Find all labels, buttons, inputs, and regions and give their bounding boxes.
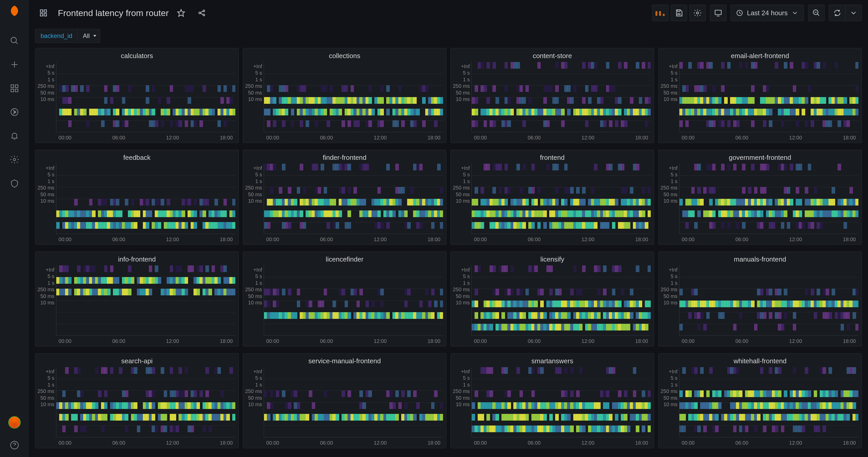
panel[interactable]: licensify+Inf5 s1 s250 ms50 ms10 ms00:00… <box>451 252 654 347</box>
x-tick: 00:00 <box>59 338 71 344</box>
x-tick: 12:00 <box>582 236 594 242</box>
panel-title: whitehall-frontend <box>658 354 862 367</box>
x-axis: 00:0006:0012:0018:00 <box>471 234 651 242</box>
panel[interactable]: service-manual-frontend+Inf5 s1 s250 ms5… <box>243 353 446 448</box>
y-tick: +Inf <box>461 267 470 273</box>
heatmap-plot[interactable] <box>56 62 235 132</box>
heatmap-plot[interactable] <box>471 62 651 132</box>
panel[interactable]: search-api+Inf5 s1 s250 ms50 ms10 ms00:0… <box>35 353 239 448</box>
svg-rect-14 <box>40 14 43 16</box>
y-tick: 50 ms <box>663 395 677 401</box>
heatmap-plot[interactable] <box>56 265 235 336</box>
dashboards-icon[interactable] <box>7 81 22 96</box>
x-tick: 18:00 <box>843 236 856 242</box>
panel[interactable]: finder-frontend+Inf5 s1 s250 ms50 ms10 m… <box>243 150 446 245</box>
refresh-interval-dropdown[interactable] <box>845 5 862 21</box>
y-tick: 250 ms <box>37 287 55 293</box>
heatmap-plot[interactable] <box>56 367 235 437</box>
save-button[interactable] <box>671 5 687 21</box>
y-tick: 250 ms <box>245 83 262 89</box>
x-axis: 00:0006:0012:0018:00 <box>264 132 443 141</box>
settings-button[interactable] <box>689 5 706 21</box>
heatmap-plot[interactable] <box>56 164 235 234</box>
y-tick: 5 s <box>48 375 55 381</box>
time-range-picker[interactable]: Last 24 hours <box>731 5 804 21</box>
y-tick: 5 s <box>255 172 262 177</box>
heatmap-plot[interactable] <box>679 367 859 437</box>
y-tick: 250 ms <box>37 388 55 394</box>
panel[interactable]: manuals-frontend+Inf5 s1 s250 ms50 ms10 … <box>658 252 862 347</box>
avatar[interactable] <box>8 416 21 429</box>
y-tick: 250 ms <box>660 388 678 394</box>
heatmap-plot[interactable] <box>679 164 859 234</box>
help-icon[interactable] <box>7 438 22 452</box>
dashboard-grid-icon[interactable] <box>35 5 52 21</box>
heatmap-plot[interactable] <box>471 265 651 336</box>
x-axis: 00:0006:0012:0018:00 <box>264 234 443 242</box>
panel[interactable]: whitehall-frontend+Inf5 s1 s250 ms50 ms1… <box>658 353 862 448</box>
panel[interactable]: government-frontend+Inf5 s1 s250 ms50 ms… <box>658 150 862 245</box>
heatmap-plot[interactable] <box>679 265 859 336</box>
x-tick: 06:00 <box>113 236 125 242</box>
heatmap-plot[interactable] <box>471 367 651 437</box>
star-icon[interactable] <box>173 5 189 21</box>
x-tick: 12:00 <box>166 440 179 446</box>
panel[interactable]: content-store+Inf5 s1 s250 ms50 ms10 ms0… <box>451 48 654 143</box>
y-tick: 10 ms <box>40 96 54 102</box>
panel[interactable]: licencefinder+Inf5 s1 s250 ms50 ms10 ms0… <box>243 252 446 347</box>
y-tick: 1 s <box>255 77 262 83</box>
y-tick: 5 s <box>671 172 678 177</box>
y-axis: +Inf5 s1 s250 ms50 ms10 ms <box>453 367 471 407</box>
y-tick: 5 s <box>48 172 55 177</box>
plus-icon[interactable] <box>7 57 22 72</box>
x-tick: 12:00 <box>789 135 802 141</box>
y-tick: 10 ms <box>456 96 470 102</box>
heatmap-plot[interactable] <box>264 62 443 132</box>
add-panel-button[interactable]: ⫾⫾₊ <box>652 5 669 21</box>
panel[interactable]: collections+Inf5 s1 s250 ms50 ms10 ms00:… <box>243 48 446 143</box>
x-tick: 18:00 <box>220 135 233 141</box>
panel[interactable]: calculators+Inf5 s1 s250 ms50 ms10 ms00:… <box>35 48 239 143</box>
y-tick: 10 ms <box>40 401 54 407</box>
x-tick: 06:00 <box>113 135 125 141</box>
panel[interactable]: frontend+Inf5 s1 s250 ms50 ms10 ms00:000… <box>451 150 654 245</box>
bar-chart-plus-icon: ⫾⫾₊ <box>655 9 666 17</box>
x-tick: 00:00 <box>266 135 279 141</box>
panel[interactable]: feedback+Inf5 s1 s250 ms50 ms10 ms00:000… <box>35 150 239 245</box>
panel-title: finder-frontend <box>243 150 446 164</box>
x-axis: 00:0006:0012:0018:00 <box>264 437 443 446</box>
share-icon[interactable] <box>193 5 210 21</box>
zoom-out-button[interactable] <box>808 5 825 21</box>
explore-icon[interactable] <box>7 105 22 119</box>
x-tick: 12:00 <box>166 135 179 141</box>
heatmap-plot[interactable] <box>264 265 443 336</box>
panel-title: calculators <box>35 48 239 62</box>
heatmap-plot[interactable] <box>264 164 443 234</box>
heatmap-plot[interactable] <box>471 164 651 234</box>
tv-mode-button[interactable] <box>710 5 726 21</box>
grafana-logo[interactable] <box>7 3 22 19</box>
heatmap-plot[interactable] <box>679 62 859 132</box>
panel[interactable]: smartanswers+Inf5 s1 s250 ms50 ms10 ms00… <box>451 353 654 448</box>
svg-rect-15 <box>44 14 46 16</box>
x-tick: 18:00 <box>635 338 648 344</box>
svg-line-1 <box>16 42 18 44</box>
x-tick: 06:00 <box>736 135 748 141</box>
panel[interactable]: info-frontend+Inf5 s1 s250 ms50 ms10 ms0… <box>35 252 239 347</box>
y-tick: 250 ms <box>37 83 55 89</box>
heatmap-plot[interactable] <box>264 367 443 437</box>
alerting-icon[interactable] <box>7 129 22 143</box>
svg-rect-5 <box>15 85 18 88</box>
configuration-icon[interactable] <box>7 152 22 167</box>
y-tick: +Inf <box>46 64 55 69</box>
refresh-button[interactable] <box>829 5 845 21</box>
y-tick: 50 ms <box>248 192 262 197</box>
x-axis: 00:0006:0012:0018:00 <box>56 336 235 344</box>
server-admin-icon[interactable] <box>7 176 22 191</box>
y-tick: 10 ms <box>456 198 470 204</box>
panel-title: manuals-frontend <box>658 252 862 265</box>
variable-value-dropdown[interactable]: All <box>78 29 100 43</box>
x-tick: 06:00 <box>736 236 748 242</box>
panel[interactable]: email-alert-frontend+Inf5 s1 s250 ms50 m… <box>658 48 862 143</box>
search-icon[interactable] <box>7 34 22 48</box>
